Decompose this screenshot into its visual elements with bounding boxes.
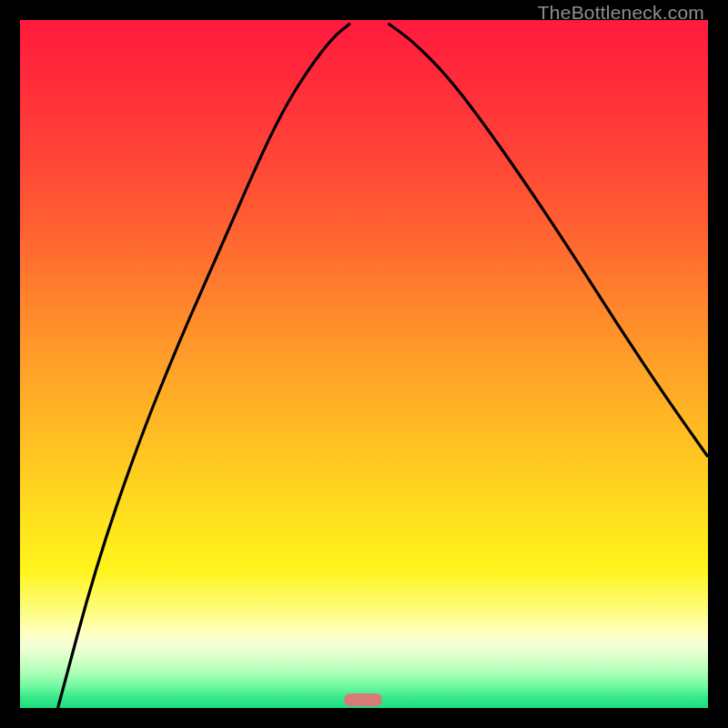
- curve-right-branch: [388, 24, 708, 457]
- plot-area: [20, 20, 708, 708]
- watermark-text: TheBottleneck.com: [538, 2, 704, 24]
- bottleneck-marker: [344, 693, 382, 706]
- bottleneck-curve: [20, 20, 708, 708]
- curve-left-branch: [58, 24, 350, 708]
- chart-frame: TheBottleneck.com: [0, 0, 728, 728]
